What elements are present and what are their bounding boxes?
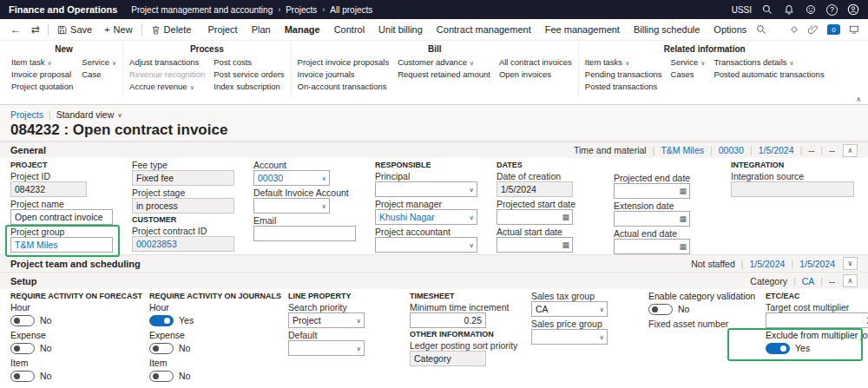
action-item-item-task[interactable]: Item task (11, 56, 73, 69)
module-link[interactable]: Projects (10, 109, 43, 120)
exclude-from-multiplier-journal-toggle[interactable] (766, 343, 790, 354)
calendar-icon[interactable]: ▦ (562, 213, 569, 221)
commandbar-search-icon[interactable] (756, 24, 766, 35)
actual-start-date-input[interactable]: ▦ (496, 237, 573, 253)
action-item-pending-transactions[interactable]: Pending transactions (585, 69, 662, 81)
email-input[interactable] (253, 226, 356, 241)
summary-date-link[interactable]: 1/5/2024 (785, 259, 835, 269)
delete-button[interactable]: Delete (145, 24, 198, 35)
app-name[interactable]: Finance and Operations (0, 0, 131, 19)
account-avatar-icon[interactable] (847, 3, 859, 16)
chevron-down-icon[interactable]: ∨ (600, 333, 605, 341)
action-item-request-retained-amount[interactable]: Request retained amount (398, 69, 490, 81)
summary-account-link[interactable]: 00030 (704, 145, 744, 155)
chevron-down-icon[interactable]: ∨ (470, 241, 475, 249)
action-item-service[interactable]: Service (82, 56, 116, 69)
minimum-time-increment-input[interactable]: 0.25 (410, 312, 486, 328)
account-input[interactable]: 00030∨ (253, 170, 330, 186)
breadcrumb-page[interactable]: All projects (330, 5, 372, 15)
action-item-project-invoice-proposals[interactable]: Project invoice proposals (298, 56, 390, 69)
breadcrumb-module[interactable]: Project management and accounting (131, 5, 273, 15)
project-group-input[interactable]: T&M Miles (10, 237, 113, 253)
team-fasttab-header[interactable]: Project team and scheduling Not staffed … (0, 254, 868, 272)
project-id-input[interactable]: 084232 (10, 181, 87, 197)
project-contract-id-input[interactable]: 00023853 (132, 236, 234, 252)
project-name-input[interactable]: Open contract invoice (10, 209, 113, 225)
chevron-down-icon[interactable]: ∨ (600, 306, 605, 313)
extension-date-input[interactable]: ▦ (614, 211, 690, 227)
search-priority-input[interactable]: Project∨ (288, 312, 365, 328)
tab-manage[interactable]: Manage (278, 24, 327, 35)
action-item-index-subscription[interactable]: Index subscription (214, 81, 284, 93)
tab-options[interactable]: Options (707, 24, 753, 35)
journal-expense-toggle[interactable] (149, 343, 174, 354)
project-manager-input[interactable]: Khushi Nagar∨ (375, 209, 477, 225)
nav-toggle-icon[interactable]: ⇄ (26, 23, 45, 36)
tab-project[interactable]: Project (201, 24, 244, 35)
calendar-icon[interactable]: ▦ (679, 242, 687, 251)
help-icon[interactable]: ? (826, 4, 838, 16)
action-item-accrue-revenue[interactable]: Accrue revenue (129, 81, 205, 93)
view-selector[interactable]: Standard view (56, 109, 115, 120)
principal-input[interactable]: ∨ (375, 181, 477, 197)
chevron-down-icon[interactable]: ∨ (357, 345, 362, 352)
sales-price-group-input[interactable]: ∨ (531, 329, 608, 345)
feedback-smiley-icon[interactable] (805, 3, 817, 16)
action-item-project-quotation[interactable]: Project quotation (11, 81, 73, 93)
action-item-post-service-orders[interactable]: Post service orders (214, 69, 284, 81)
company-picker[interactable]: USSI (732, 5, 752, 15)
action-item-adjust-transactions[interactable]: Adjust transactions (129, 56, 205, 69)
chevron-down-icon[interactable]: ∨ (470, 186, 475, 194)
forecast-hour-toggle[interactable] (10, 315, 35, 326)
save-button[interactable]: Save (51, 24, 98, 35)
action-item-transactions-details[interactable]: Transactions details (713, 56, 824, 69)
action-item-open-invoices[interactable]: Open invoices (499, 69, 572, 81)
tab-unit-billing[interactable]: Unit billing (372, 24, 430, 35)
enable-category-validation-toggle[interactable] (648, 304, 673, 315)
chevron-down-icon[interactable]: ∨ (470, 214, 475, 221)
default-line-property-input[interactable]: ∨ (288, 340, 365, 356)
tab-control[interactable]: Control (327, 24, 372, 35)
summary-date-link[interactable]: 1/5/2024 (735, 259, 786, 269)
back-icon[interactable]: ← (5, 23, 26, 36)
projected-start-date-input[interactable]: ▦ (496, 209, 573, 225)
journal-item-toggle[interactable] (149, 371, 174, 382)
tab-plan[interactable]: Plan (245, 24, 278, 35)
action-item-on-account-transactions[interactable]: On-account transactions (298, 81, 390, 93)
open-in-office-icon[interactable] (789, 24, 799, 35)
collapse-section-button[interactable]: ∧ (843, 274, 858, 287)
tab-billing-schedule[interactable]: Billing schedule (627, 24, 707, 35)
action-item-customer-advance[interactable]: Customer advance (398, 56, 490, 69)
action-item-posted-automatic-transactions[interactable]: Posted automatic transactions (713, 69, 824, 81)
forecast-expense-toggle[interactable] (10, 343, 35, 354)
action-item-posted-transactions[interactable]: Posted transactions (585, 81, 662, 93)
action-item-post-costs[interactable]: Post costs (214, 56, 284, 69)
action-item-cases[interactable]: Cases (671, 69, 706, 81)
calendar-icon[interactable]: ▦ (562, 240, 569, 249)
notifications-bell-icon[interactable] (783, 3, 795, 16)
tab-contract-management[interactable]: Contract management (430, 24, 538, 35)
projected-end-date-input[interactable]: ▦ (614, 183, 690, 199)
action-item-case[interactable]: Case (82, 69, 116, 81)
chevron-down-icon[interactable]: ∨ (322, 202, 327, 210)
collapse-section-button[interactable]: ∧ (843, 144, 858, 157)
calendar-icon[interactable]: ▦ (679, 214, 687, 223)
general-fasttab-header[interactable]: General Time and material T&M Miles 0003… (0, 141, 868, 158)
action-item-invoice-journals[interactable]: Invoice journals (298, 69, 390, 81)
chevron-down-icon[interactable]: ∨ (117, 111, 122, 119)
breadcrumb-list[interactable]: Projects (286, 5, 317, 15)
project-accountant-input[interactable]: ∨ (375, 237, 477, 253)
new-button[interactable]: + New (98, 24, 138, 35)
collapse-action-pane-icon[interactable]: ∧ (856, 95, 861, 103)
summary-date-link[interactable]: 1/5/2024 (744, 145, 794, 155)
calendar-icon[interactable]: ▦ (679, 187, 687, 195)
devices-monitor-icon[interactable] (849, 24, 859, 35)
tab-fee-management[interactable]: Fee management (538, 24, 627, 35)
sales-tax-group-input[interactable]: CA∨ (531, 301, 608, 317)
setup-fasttab-header[interactable]: Setup Category CA -- ∧ (0, 272, 868, 289)
chevron-down-icon[interactable]: ∨ (357, 317, 362, 325)
summary-project-group-link[interactable]: T&M Miles (647, 145, 704, 155)
expand-section-button[interactable]: ∨ (843, 257, 858, 270)
forecast-item-toggle[interactable] (10, 371, 35, 382)
target-cost-multiplier-input[interactable]: 2.00 (766, 312, 868, 328)
